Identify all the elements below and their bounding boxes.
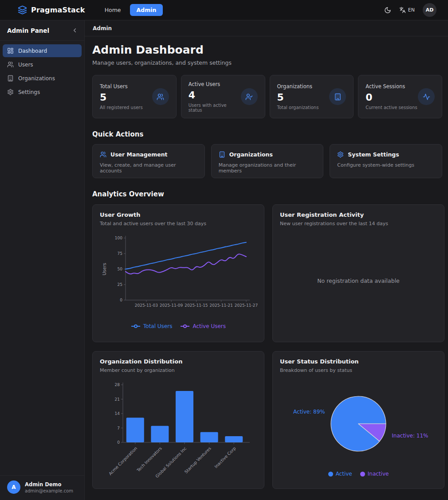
quick-action-title: System Settings: [348, 151, 399, 158]
brand-logo[interactable]: PragmaStack: [18, 5, 85, 15]
quick-action-title: User Management: [110, 151, 168, 158]
breadcrumb-current: Admin: [93, 25, 112, 31]
sidebar-item-settings[interactable]: Settings: [3, 86, 82, 98]
languages-icon: [399, 7, 406, 13]
building-icon: [219, 151, 225, 158]
quick-action-user-management[interactable]: User Management View, create, and manage…: [92, 144, 205, 178]
svg-text:100: 100: [115, 236, 122, 240]
user-check-icon: [245, 93, 253, 101]
layers-icon: [18, 5, 27, 15]
analytics-heading: Analytics Overview: [92, 190, 442, 198]
sidebar-collapse-button[interactable]: [71, 27, 78, 34]
nav-link-admin[interactable]: Admin: [130, 4, 163, 16]
svg-text:Acme Corporation: Acme Corporation: [108, 446, 138, 476]
stat-value: 4: [189, 90, 241, 101]
stat-value: 0: [365, 92, 418, 103]
language-selector[interactable]: EN: [399, 7, 415, 13]
sidebar-nav: Dashboard Users Organizations Settings: [0, 41, 84, 102]
chart-subtitle: Total and active users over the last 30 …: [100, 221, 257, 227]
dashboard-icon: [7, 47, 14, 54]
user-status-legend: ActiveInactive: [280, 471, 437, 477]
sidebar-item-label: Organizations: [18, 75, 55, 82]
sidebar-item-users[interactable]: Users: [3, 58, 82, 71]
svg-text:Active: 89%: Active: 89%: [293, 409, 325, 415]
sidebar-user-panel[interactable]: A Admin Demo admin@example.com: [0, 475, 84, 500]
stat-label: Total Users: [100, 83, 152, 90]
gear-icon: [7, 89, 14, 95]
top-navbar: PragmaStack Home Admin EN AD: [0, 0, 448, 20]
legend-item[interactable]: Total Users: [131, 323, 172, 329]
svg-text:2025-11-09: 2025-11-09: [160, 303, 183, 308]
stat-description: Total organizations: [277, 105, 330, 110]
sidebar-item-dashboard[interactable]: Dashboard: [3, 44, 82, 57]
svg-text:28: 28: [115, 383, 120, 387]
chart-title: Organization Distribution: [100, 358, 257, 365]
svg-text:Users: Users: [102, 263, 107, 275]
user-avatar[interactable]: AD: [423, 3, 436, 17]
quick-action-title: Organizations: [229, 151, 273, 158]
stat-label: Active Users: [189, 81, 241, 87]
page-title: Admin Dashboard: [92, 43, 442, 56]
navbar-actions: EN AD: [384, 3, 436, 17]
sidebar-item-label: Dashboard: [18, 48, 47, 54]
stat-card-total-users: Total Users 5 All registered users: [92, 75, 177, 118]
theme-toggle-button[interactable]: [384, 7, 391, 14]
legend-item[interactable]: Active Users: [180, 323, 226, 329]
quick-action-system-settings[interactable]: System Settings Configure system-wide se…: [330, 144, 442, 178]
chart-subtitle: Breakdown of users by status: [280, 367, 437, 373]
empty-state-message: No registration data available: [317, 277, 400, 284]
language-label: EN: [408, 7, 415, 13]
user-growth-card: User Growth Total and active users over …: [92, 204, 264, 342]
quick-action-description: View, create, and manage user accounts: [100, 162, 197, 174]
page-subtitle: Manage users, organizations, and system …: [92, 59, 442, 66]
legend-item[interactable]: Active: [328, 471, 352, 477]
gear-icon: [337, 151, 344, 158]
sidebar-item-label: Settings: [18, 89, 40, 95]
svg-text:21: 21: [115, 397, 120, 402]
sidebar-user-avatar: A: [7, 480, 20, 494]
sidebar-user-email: admin@example.com: [25, 488, 73, 493]
sidebar-item-organizations[interactable]: Organizations: [3, 72, 82, 85]
svg-text:50: 50: [118, 267, 123, 271]
stat-card-active-sessions: Active Sessions 0 Current active session…: [358, 75, 442, 118]
stat-label: Organizations: [277, 83, 330, 90]
svg-text:0: 0: [120, 298, 122, 302]
stats-grid: Total Users 5 All registered users Activ…: [92, 75, 442, 118]
svg-text:Inactive: 11%: Inactive: 11%: [392, 433, 428, 439]
svg-text:Tech Innovators: Tech Innovators: [135, 446, 162, 473]
main-nav: Home Admin: [100, 4, 163, 16]
activity-icon: [423, 93, 430, 101]
building-icon: [7, 75, 14, 82]
quick-action-organizations[interactable]: Organizations Manage organizations and t…: [211, 144, 324, 178]
stat-card-organizations: Organizations 5 Total organizations: [270, 75, 354, 118]
stat-card-active-users: Active Users 4 Users with active status: [181, 75, 265, 118]
svg-text:2025-11-27: 2025-11-27: [235, 303, 258, 308]
svg-text:14: 14: [115, 411, 120, 416]
chevron-left-icon: [71, 27, 78, 34]
org-distribution-chart: 07142128Acme CorporationTech InnovatorsG…: [100, 380, 257, 476]
user-growth-chart: 02550751002025-11-032025-11-092025-11-15…: [100, 234, 257, 321]
user-status-pie-chart: Active: 89%Inactive: 11%: [280, 380, 437, 469]
legend-label: Active: [336, 471, 352, 477]
building-icon: [334, 93, 342, 101]
legend-dot: [328, 472, 333, 477]
chart-title: User Registration Activity: [280, 211, 437, 218]
chart-subtitle: Member count by organization: [100, 367, 257, 373]
chart-subtitle: New user registrations over the last 14 …: [280, 221, 437, 227]
registration-activity-card: User Registration Activity New user regi…: [272, 204, 444, 342]
legend-label: Inactive: [368, 471, 389, 477]
sidebar-user-name: Admin Demo: [25, 481, 73, 488]
stat-description: Users with active status: [189, 103, 241, 113]
nav-link-home[interactable]: Home: [100, 4, 126, 16]
sidebar-item-label: Users: [18, 62, 33, 68]
main-content: Admin Admin Dashboard Manage users, orga…: [85, 20, 448, 500]
quick-action-description: Configure system-wide settings: [337, 162, 435, 168]
quick-actions-heading: Quick Actions: [92, 130, 442, 138]
svg-text:7: 7: [117, 426, 120, 430]
stat-value: 5: [100, 92, 152, 103]
legend-item[interactable]: Inactive: [360, 471, 389, 477]
legend-label: Active Users: [193, 323, 226, 329]
admin-sidebar: Admin Panel Dashboard Users Organization…: [0, 20, 85, 500]
svg-text:75: 75: [118, 251, 122, 256]
users-icon: [100, 151, 106, 158]
